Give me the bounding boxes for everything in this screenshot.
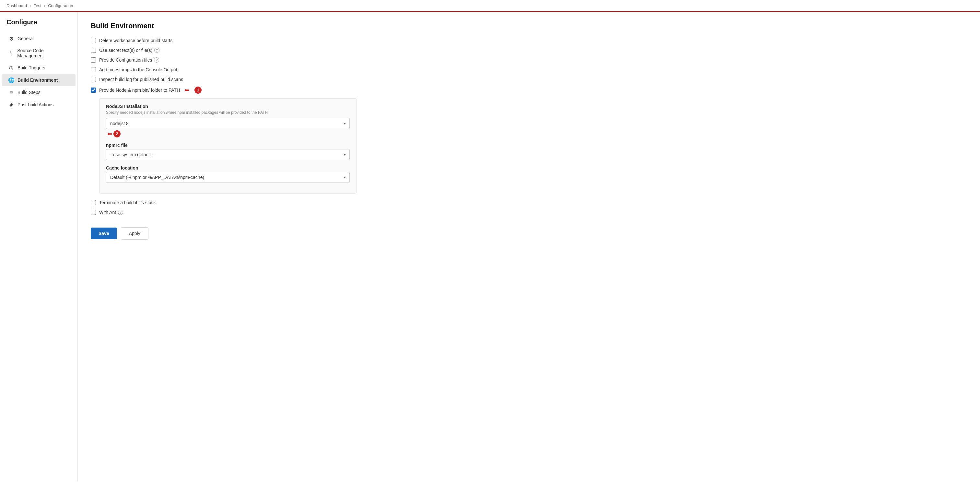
breadcrumb-sep-1: › bbox=[30, 3, 31, 8]
arrow-to-nodejs-select: ⬅ 2 bbox=[107, 130, 121, 137]
checkbox-label-provide-config[interactable]: Provide Configuration files ? bbox=[99, 57, 159, 62]
checkbox-label-add-timestamps[interactable]: Add timestamps to the Console Output bbox=[99, 67, 177, 72]
sidebar-item-build-steps[interactable]: ≡ Build Steps bbox=[2, 86, 75, 99]
cache-location-select[interactable]: Default (~/.npm or %APP_DATA%\npm-cache)… bbox=[106, 172, 350, 183]
checkbox-row-add-timestamps: Add timestamps to the Console Output bbox=[91, 67, 356, 72]
use-secret-help-icon[interactable]: ? bbox=[154, 48, 159, 53]
checkbox-label-delete-workspace[interactable]: Delete workspace before build starts bbox=[99, 38, 172, 43]
cache-location-label: Cache location bbox=[106, 165, 350, 171]
branch-icon: ⑂ bbox=[8, 50, 14, 56]
arrow-to-provide-node: ⬅ bbox=[185, 86, 189, 94]
with-ant-help-icon[interactable]: ? bbox=[118, 210, 123, 215]
checkbox-row-with-ant: With Ant ? bbox=[91, 210, 356, 215]
sidebar-title: Configure bbox=[0, 19, 78, 32]
checkbox-terminate-stuck[interactable] bbox=[91, 200, 96, 205]
list-icon: ≡ bbox=[8, 89, 14, 95]
nodejs-select[interactable]: nodejs18 nodejs16 nodejs14 bbox=[106, 118, 350, 129]
checkbox-with-ant[interactable] bbox=[91, 210, 96, 215]
breadcrumb-test[interactable]: Test bbox=[34, 3, 41, 8]
globe-icon: 🌐 bbox=[8, 77, 14, 83]
clock-icon: ◷ bbox=[8, 65, 14, 71]
sidebar-item-build-triggers-label: Build Triggers bbox=[18, 65, 45, 70]
cache-select-wrapper: Default (~/.npm or %APP_DATA%\npm-cache)… bbox=[106, 172, 350, 183]
sidebar-item-build-steps-label: Build Steps bbox=[18, 90, 40, 95]
nodejs-section: NodeJS Installation Specify needed nodej… bbox=[99, 98, 356, 193]
gear-icon: ⚙ bbox=[8, 36, 14, 41]
sidebar-item-source-code[interactable]: ⑂ Source Code Management bbox=[2, 45, 75, 62]
checkbox-provide-config[interactable] bbox=[91, 57, 96, 62]
sidebar-item-build-environment[interactable]: 🌐 Build Environment bbox=[2, 74, 75, 86]
main-layout: Configure ⚙ General ⑂ Source Code Manage… bbox=[0, 12, 980, 481]
sidebar-item-general-label: General bbox=[18, 36, 34, 41]
annotation-badge-2: 2 bbox=[113, 130, 121, 137]
box-icon: ◈ bbox=[8, 102, 14, 108]
checkbox-label-use-secret[interactable]: Use secret text(s) or file(s) ? bbox=[99, 48, 159, 53]
npmrc-group: npmrc file - use system default - custom… bbox=[106, 143, 350, 160]
checkbox-provide-node[interactable] bbox=[91, 88, 96, 93]
cache-location-group: Cache location Default (~/.npm or %APP_D… bbox=[106, 165, 350, 183]
section-title: Build Environment bbox=[91, 22, 356, 30]
sidebar-item-post-build[interactable]: ◈ Post-build Actions bbox=[2, 99, 75, 111]
sidebar-item-build-triggers[interactable]: ◷ Build Triggers bbox=[2, 62, 75, 74]
annotation-badge-1: 1 bbox=[194, 86, 202, 94]
apply-button[interactable]: Apply bbox=[121, 227, 148, 239]
checkbox-label-terminate-stuck[interactable]: Terminate a build if it's stuck bbox=[99, 200, 156, 205]
provide-config-help-icon[interactable]: ? bbox=[154, 57, 159, 62]
breadcrumb-configuration: Configuration bbox=[48, 3, 73, 8]
checkbox-row-use-secret: Use secret text(s) or file(s) ? bbox=[91, 48, 356, 53]
sidebar-item-post-build-label: Post-build Actions bbox=[18, 102, 54, 107]
breadcrumb-sep-2: › bbox=[44, 3, 45, 8]
bottom-bar: Save Apply bbox=[91, 220, 356, 243]
checkbox-label-provide-node[interactable]: Provide Node & npm bin/ folder to PATH bbox=[99, 88, 180, 93]
nodejs-installation-group: NodeJS Installation Specify needed nodej… bbox=[106, 104, 350, 137]
sidebar-item-general[interactable]: ⚙ General bbox=[2, 32, 75, 45]
checkbox-row-provide-config: Provide Configuration files ? bbox=[91, 57, 356, 62]
breadcrumb-bar: Dashboard › Test › Configuration bbox=[0, 0, 980, 12]
save-button[interactable]: Save bbox=[91, 228, 117, 239]
sidebar: Configure ⚙ General ⑂ Source Code Manage… bbox=[0, 12, 78, 481]
checkbox-add-timestamps[interactable] bbox=[91, 67, 96, 72]
npmrc-label: npmrc file bbox=[106, 143, 350, 148]
checkbox-row-terminate-stuck: Terminate a build if it's stuck bbox=[91, 200, 356, 205]
content-area: Build Environment Delete workspace befor… bbox=[78, 12, 369, 481]
sidebar-item-source-code-label: Source Code Management bbox=[17, 48, 69, 58]
checkbox-use-secret[interactable] bbox=[91, 48, 96, 53]
checkbox-row-provide-node: Provide Node & npm bin/ folder to PATH ⬅… bbox=[91, 86, 356, 94]
nodejs-select-wrapper: nodejs18 nodejs16 nodejs14 ▾ bbox=[106, 118, 350, 129]
checkbox-row-inspect-build-log: Inspect build log for published build sc… bbox=[91, 77, 356, 82]
checkbox-label-with-ant[interactable]: With Ant ? bbox=[99, 210, 123, 215]
nodejs-installation-hint: Specify needed nodejs installation where… bbox=[106, 110, 350, 115]
checkbox-delete-workspace[interactable] bbox=[91, 38, 96, 43]
npmrc-select-wrapper: - use system default - custom ▾ bbox=[106, 149, 350, 160]
checkbox-inspect-build-log[interactable] bbox=[91, 77, 96, 82]
sidebar-item-build-environment-label: Build Environment bbox=[18, 78, 58, 83]
checkbox-label-inspect-build-log[interactable]: Inspect build log for published build sc… bbox=[99, 77, 183, 82]
checkbox-row-delete-workspace: Delete workspace before build starts bbox=[91, 38, 356, 43]
nodejs-installation-label: NodeJS Installation bbox=[106, 104, 350, 109]
npmrc-select[interactable]: - use system default - custom bbox=[106, 149, 350, 160]
breadcrumb-dashboard[interactable]: Dashboard bbox=[6, 3, 27, 8]
